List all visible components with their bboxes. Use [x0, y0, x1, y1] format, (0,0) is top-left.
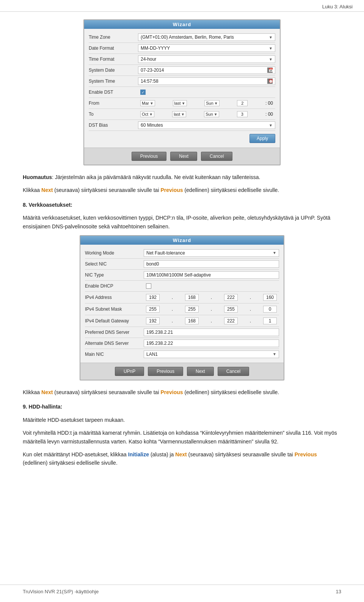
wizard1-row-systime: System Time 14:57:58 ⏰	[89, 76, 275, 87]
net-label-subnet: IPv4 Subnet Mask	[85, 307, 144, 312]
net-value-dhcp[interactable]	[144, 282, 279, 290]
net-value-workmode[interactable]: Net Fault-tolerance ▼	[144, 249, 279, 257]
net-row-dhcp: Enable DHCP	[85, 281, 279, 292]
nav-middle1: (seuraava) siirtyäksesi seuraavalle sivu…	[53, 187, 160, 193]
nav-middle2: (seuraava) siirtyäksesi seuraavalle sivu…	[53, 389, 160, 395]
wizard2-previous-button[interactable]: Previous	[148, 367, 183, 376]
net-value-ipv4: 192 . 168 . 222 . 160	[144, 293, 279, 302]
ipv4-seg2[interactable]: 168	[185, 294, 199, 301]
wizard2-next-button[interactable]: Next	[187, 367, 214, 376]
chapter-title: Luku 3: Aluksi	[322, 4, 353, 9]
net-row-nic: Select NIC bond0	[85, 259, 279, 270]
from-num[interactable]: 2	[237, 100, 248, 106]
net-row-mainnic: Main NIC LAN1 ▼	[85, 349, 279, 360]
value-dst[interactable]: ✓	[138, 88, 275, 96]
note-paragraph: Huomautus: Järjestelmän aika ja päivämää…	[23, 173, 341, 181]
wizard1-row-dst: Enable DST ✓	[89, 87, 275, 98]
note-text: : Järjestelmän aika ja päivämäärä näkyvä…	[52, 174, 260, 180]
nav-intro2: Klikkaa	[23, 389, 41, 395]
section8-desc: Määritä verkkoasetukset, kuten verkkosov…	[23, 214, 341, 231]
value-timezone[interactable]: (GMT+01:00) Amsterdam, Berlin, Rome, Par…	[138, 33, 275, 41]
to-num[interactable]: 3	[237, 111, 248, 117]
footer-left: TruVision NVR 21(S/P) -käyttöohje	[23, 589, 99, 594]
section9-number: 9.	[23, 404, 27, 410]
gateway-seg1[interactable]: 192	[146, 318, 160, 324]
subnet-seg1[interactable]: 255	[146, 306, 160, 313]
net-row-subnet: IPv4 Subnet Mask 255 . 255 . 255 . 0	[85, 303, 279, 315]
desc3-init-paren: (alusta) ja	[149, 451, 175, 457]
label-dstbias: DST Bias	[89, 123, 138, 128]
to-week[interactable]: last ▼	[172, 111, 186, 117]
from-week[interactable]: last ▼	[173, 100, 187, 106]
net-row-nictype: NIC Type 10M/100M/1000M Self-adaptive	[85, 270, 279, 281]
net-row-ipv4: IPv4 Address 192 . 168 . 222 . 160	[85, 292, 279, 303]
nav-text1: Klikkaa Next (seuraava) siirtyäksesi seu…	[23, 186, 341, 194]
dropdown-arrow-dateformat: ▼	[269, 46, 273, 50]
note-label: Huomautus	[23, 174, 52, 180]
net-row-workmode: Working Mode Net Fault-tolerance ▼	[85, 248, 279, 259]
calendar-icon-time: ⏰	[267, 79, 273, 84]
net-value-gateway: 192 . 168 . 222 . 1	[144, 317, 279, 325]
from-month[interactable]: Mar ▼	[140, 100, 155, 106]
to-month[interactable]: Oct ▼	[140, 111, 154, 117]
wizard1-next-button[interactable]: Next	[170, 152, 197, 161]
wizard2-upnp-button[interactable]: UPnP	[115, 367, 144, 376]
ipv4-seg3[interactable]: 222	[224, 294, 238, 301]
net-label-mainnic: Main NIC	[85, 352, 144, 357]
gateway-seg4[interactable]: 1	[263, 318, 277, 324]
wizard1-row-timeformat: Time Format 24-hour ▼	[89, 54, 275, 65]
wizard1-box: Wizard Time Zone (GMT+01:00) Amsterdam, …	[83, 19, 281, 165]
value-dateformat[interactable]: MM-DD-YYYY ▼	[138, 44, 275, 52]
desc3-next: Next	[175, 451, 187, 457]
section8-header: 8. Verkkoasetukset:	[23, 201, 341, 209]
value-systime[interactable]: 14:57:58 ⏰	[138, 77, 275, 85]
net-value-dns1[interactable]: 195.238.2.21	[144, 329, 279, 336]
net-label-dns1: Preferred DNS Server	[85, 330, 144, 335]
nav-next1: Next	[41, 187, 53, 193]
desc3-prev: Previous	[295, 451, 317, 457]
subnet-seg2[interactable]: 255	[185, 306, 199, 313]
net-label-dhcp: Enable DHCP	[85, 283, 144, 289]
ipv4-seg1[interactable]: 192	[146, 294, 160, 301]
dst-checkbox[interactable]: ✓	[140, 90, 146, 95]
footer-right: 13	[336, 589, 341, 594]
wizard1-row-dateformat: Date Format MM-DD-YYYY ▼	[89, 43, 275, 54]
net-value-mainnic[interactable]: LAN1 ▼	[144, 351, 279, 358]
subnet-seg3[interactable]: 255	[224, 306, 238, 313]
value-timeformat[interactable]: 24-hour ▼	[138, 55, 275, 63]
net-value-nictype[interactable]: 10M/100M/1000M Self-adaptive	[144, 271, 279, 279]
section8-number: 8.	[23, 202, 27, 208]
from-day[interactable]: Sun ▼	[204, 100, 219, 106]
wizard1-cancel-button[interactable]: Cancel	[201, 152, 232, 161]
gateway-seg2[interactable]: 168	[185, 318, 199, 324]
value-dstbias[interactable]: 60 Minutes ▼	[138, 121, 275, 129]
main-content: Wizard Time Zone (GMT+01:00) Amsterdam, …	[0, 12, 364, 487]
net-value-dns2[interactable]: 195.238.2.22	[144, 340, 279, 347]
value-to: Oct ▼ last ▼ Sun ▼ 3 : 00	[138, 110, 275, 118]
value-sysdate[interactable]: 07-23-2014 📅	[138, 66, 275, 74]
desc3-intro: Kun olet määrittänyt HDD-asetukset, klik…	[23, 451, 128, 457]
subnet-seg4[interactable]: 0	[263, 306, 277, 313]
wizard1-row-from: From Mar ▼ last ▼ Sun ▼ 2 : 00	[89, 98, 275, 109]
net-label-gateway: IPv4 Default Gateway	[85, 318, 144, 324]
wizard2-box: Wizard Working Mode Net Fault-tolerance …	[80, 235, 284, 380]
wizard1-previous-button[interactable]: Previous	[132, 152, 167, 161]
desc3-next-paren: (seuraava) siirtyäksesi seuraavalle sivu…	[187, 451, 295, 457]
ipv4-seg4[interactable]: 160	[263, 294, 277, 301]
wizard2-footer: UPnP Previous Next Cancel	[80, 363, 284, 380]
nav-intro1: Klikkaa	[23, 187, 41, 193]
to-day[interactable]: Sun ▼	[204, 111, 219, 117]
label-dst: Enable DST	[89, 90, 138, 95]
apply-button[interactable]: Apply	[249, 134, 275, 143]
gateway-seg3[interactable]: 222	[224, 318, 238, 324]
nav-end1: (edellinen) siirtyäksesi edelliselle siv…	[183, 187, 279, 193]
wizard2-body: Working Mode Net Fault-tolerance ▼ Selec…	[80, 245, 284, 363]
dhcp-checkbox[interactable]	[146, 283, 151, 289]
wizard2-cancel-button[interactable]: Cancel	[218, 367, 249, 376]
dropdown-arrow-mainnic: ▼	[273, 352, 276, 356]
dropdown-arrow-timezone: ▼	[269, 35, 273, 39]
net-value-nic[interactable]: bond0	[144, 260, 279, 268]
desc3-init: Initialize	[128, 451, 149, 457]
wizard1-row-timezone: Time Zone (GMT+01:00) Amsterdam, Berlin,…	[89, 32, 275, 43]
wizard1-titlebar: Wizard	[84, 20, 280, 29]
